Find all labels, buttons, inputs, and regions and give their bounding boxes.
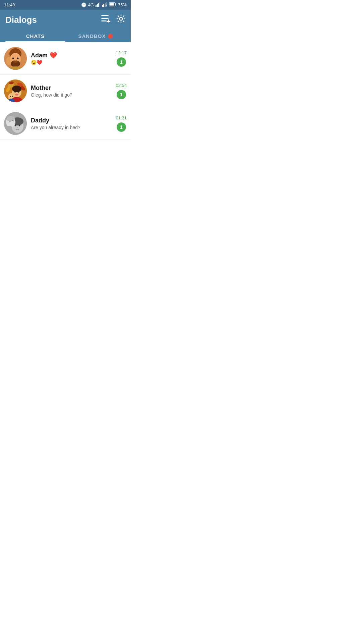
page-title: Dialogs [5, 15, 37, 25]
status-time: 11:49 [4, 2, 15, 7]
tabs-container: CHATS SANDBOX [5, 30, 125, 42]
chat-content-daddy: Daddy Are you already in bed? [31, 117, 112, 130]
svg-rect-13 [101, 18, 109, 19]
svg-rect-10 [115, 4, 116, 5]
chat-right-mother: 02:54 1 [116, 83, 127, 99]
chat-time-daddy: 01:31 [116, 115, 127, 120]
settings-button[interactable] [117, 14, 125, 25]
svg-rect-2 [98, 3, 99, 7]
chat-preview-adam: 😉❤️ [31, 60, 112, 65]
svg-point-17 [120, 17, 123, 20]
svg-rect-16 [107, 21, 110, 22]
sandbox-notification-dot [108, 34, 113, 39]
svg-point-23 [17, 58, 19, 59]
battery-percent: 75% [118, 2, 127, 7]
chat-preview-daddy: Are you already in bed? [31, 125, 112, 130]
chat-item-daddy[interactable]: Daddy Are you already in bed? 01:31 1 [0, 107, 131, 140]
svg-point-40 [18, 91, 19, 93]
clock-icon: 🕐 [81, 2, 86, 7]
tab-sandbox[interactable]: SANDBOX [65, 30, 125, 42]
svg-rect-12 [101, 15, 109, 16]
new-chat-button[interactable] [101, 15, 111, 24]
status-bar: 11:49 🕐 4G ✕ [0, 0, 131, 10]
svg-rect-0 [96, 5, 97, 7]
svg-rect-14 [101, 20, 107, 21]
svg-point-47 [15, 125, 16, 126]
unread-badge-mother: 1 [117, 90, 126, 99]
chat-list: Adam ❤️ 😉❤️ 12:17 1 [0, 42, 131, 140]
svg-point-25 [13, 61, 18, 63]
avatar-adam [4, 47, 27, 70]
svg-point-22 [12, 58, 14, 59]
chat-time-adam: 12:17 [116, 50, 127, 55]
chat-content-adam: Adam ❤️ 😉❤️ [31, 52, 112, 65]
svg-text:✕: ✕ [106, 4, 107, 7]
tab-chats[interactable]: CHATS [5, 30, 65, 42]
svg-point-38 [12, 86, 21, 92]
status-indicators: 🕐 4G ✕ [81, 2, 127, 8]
svg-rect-4 [102, 5, 103, 7]
chat-name-mother: Mother [31, 85, 112, 92]
chat-preview-mother: Oleg, how did it go? [31, 92, 112, 98]
svg-point-49 [17, 127, 18, 128]
network-type: 4G [88, 2, 94, 7]
svg-rect-5 [103, 4, 104, 7]
chat-name-daddy: Daddy [31, 117, 112, 124]
avatar-daddy [4, 112, 27, 135]
chat-content-mother: Mother Oleg, how did it go? [31, 85, 112, 98]
chat-name-adam: Adam ❤️ [31, 52, 112, 59]
unread-badge-daddy: 1 [117, 122, 126, 132]
svg-point-48 [19, 125, 20, 126]
svg-rect-3 [100, 2, 100, 7]
header: Dialogs CHATS [0, 10, 131, 42]
chat-item-mother[interactable]: Mother Oleg, how did it go? 02:54 1 [0, 75, 131, 107]
signal-icon [96, 2, 100, 8]
svg-point-39 [14, 91, 16, 93]
svg-point-51 [7, 116, 15, 121]
svg-rect-1 [97, 4, 98, 7]
avatar-mother [4, 79, 27, 102]
signal-x-icon: ✕ [102, 2, 107, 8]
chat-right-adam: 12:17 1 [116, 50, 127, 67]
battery-icon [109, 2, 116, 7]
svg-point-36 [12, 96, 13, 97]
chat-item-adam[interactable]: Adam ❤️ 😉❤️ 12:17 1 [0, 42, 131, 75]
svg-point-35 [10, 96, 11, 97]
svg-rect-11 [109, 3, 114, 6]
chat-time-mother: 02:54 [116, 83, 127, 88]
svg-point-41 [15, 94, 18, 96]
unread-badge-adam: 1 [117, 57, 126, 67]
svg-point-27 [6, 57, 11, 65]
chat-right-daddy: 01:31 1 [116, 115, 127, 132]
